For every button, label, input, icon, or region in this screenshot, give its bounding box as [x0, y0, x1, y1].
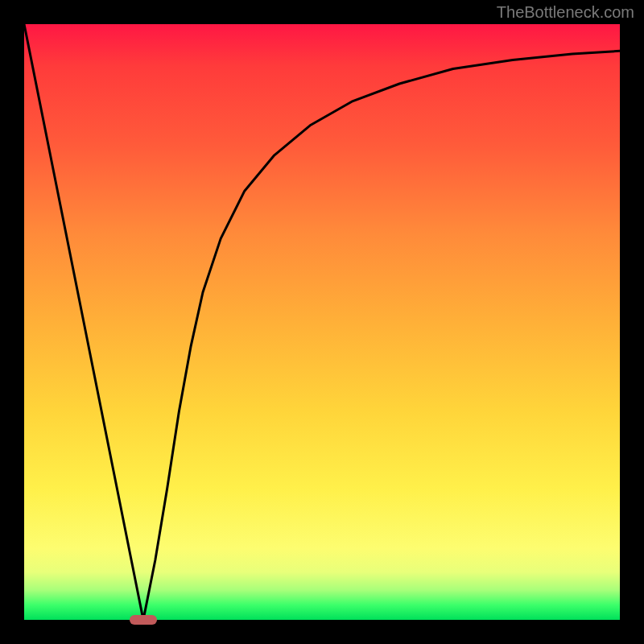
plot-area: [24, 24, 620, 620]
chart-frame: TheBottleneck.com: [0, 0, 644, 644]
watermark-text: TheBottleneck.com: [497, 3, 634, 22]
optimal-marker: [130, 615, 157, 625]
bottleneck-curve: [24, 24, 620, 620]
curve-path: [24, 24, 620, 620]
